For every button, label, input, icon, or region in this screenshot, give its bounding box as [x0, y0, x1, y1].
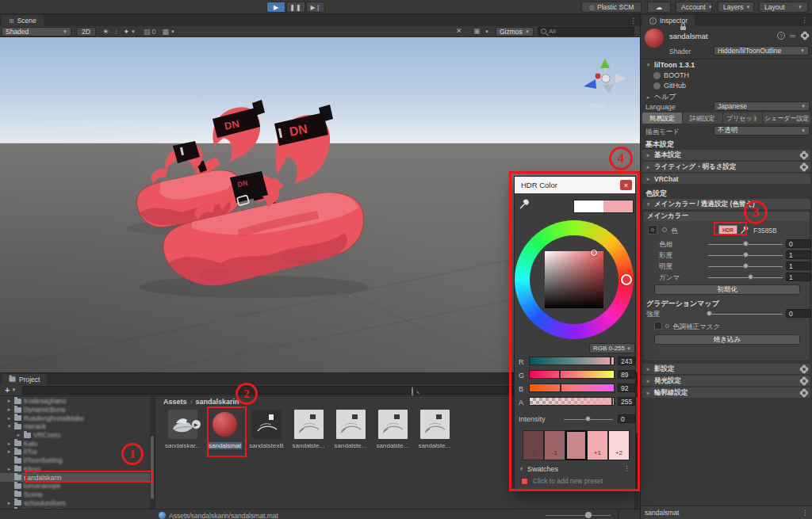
gear-icon[interactable] [801, 390, 807, 396]
gamma-slider[interactable] [708, 277, 783, 278]
shader-dropdown[interactable]: Hidden/lilToonOutline▼ [714, 46, 809, 55]
tab-presets[interactable]: プリセット [723, 113, 763, 124]
eyedropper-icon[interactable] [519, 198, 530, 210]
layout-dropdown[interactable]: Layout▼ [759, 2, 808, 13]
swatches-foldout[interactable]: ▾Swatches [519, 465, 558, 473]
a-slider[interactable] [529, 397, 615, 406]
persp-label[interactable]: Persp [590, 102, 607, 109]
slider-thumb[interactable] [748, 274, 753, 280]
cloud-button[interactable]: ☁ [647, 2, 671, 13]
breadcrumb-root[interactable]: Assets [163, 398, 187, 406]
foldout-arrow-icon[interactable]: ▸ [6, 406, 12, 413]
foldout-arrow-icon[interactable]: ▾ [6, 423, 12, 429]
foldout-arrow-icon[interactable]: ▸ [6, 441, 12, 447]
layers-dropdown[interactable]: Layers▼ [718, 2, 754, 13]
channel-thumb[interactable] [611, 398, 613, 405]
sandals-3d-model[interactable]: DN DN [119, 95, 373, 333]
booth-link[interactable]: BOOTH [653, 71, 689, 79]
asset-item-texture[interactable]: sandalste... [333, 410, 368, 449]
presets-icon[interactable]: ≔ [789, 32, 796, 40]
tree-item[interactable]: liToonSetting [0, 456, 155, 465]
gear-icon[interactable] [801, 164, 807, 170]
close-icon[interactable]: × [620, 180, 632, 190]
2d-toggle[interactable]: 2D [76, 27, 96, 36]
intensity-slider[interactable] [564, 419, 613, 420]
lock-icon[interactable] [680, 26, 686, 30]
tab-inspector[interactable]: i Inspector [642, 15, 695, 26]
exposure-minus2-swatch[interactable]: -2 [523, 430, 544, 460]
lighting-toggle-icon[interactable]: ☀ [102, 28, 109, 36]
b-value[interactable]: 92 [618, 384, 635, 392]
gizmos-dropdown[interactable]: Gizmos▼ [496, 27, 534, 36]
tree-item[interactable]: lumananope [0, 482, 155, 490]
hue-wheel-handle[interactable] [621, 274, 632, 285]
audio-toggle-icon[interactable]: ♪ [114, 28, 118, 36]
add-preset-row[interactable]: Click to add new preset [521, 477, 603, 485]
texture-slot[interactable] [648, 225, 657, 235]
tree-item[interactable]: ▸DynamicBone [0, 406, 155, 414]
hue-slider[interactable] [708, 244, 783, 245]
b-slider[interactable] [529, 384, 615, 392]
camera-settings-icon[interactable]: ▣ [473, 27, 481, 35]
scene-tools-icon[interactable]: ✕ [456, 27, 462, 35]
thumbnail-zoom-slider[interactable] [546, 515, 611, 516]
brightness-slider[interactable] [708, 266, 783, 267]
section-shadow-settings[interactable]: ▸影設定 [642, 364, 810, 374]
a-value[interactable]: 255 [618, 397, 635, 406]
asset-item-model[interactable]: ▶ sandalskar... [165, 410, 200, 449]
pause-button[interactable]: ❚❚ [286, 2, 305, 13]
slider-thumb[interactable] [743, 252, 749, 258]
channel-thumb[interactable] [559, 371, 561, 378]
foldout-arrow-icon[interactable]: ▸ [6, 500, 12, 506]
orientation-gizmo[interactable] [577, 55, 633, 100]
foldout-arrow-icon[interactable]: ▸ [16, 432, 21, 438]
exposure-plus1-swatch[interactable]: +1 [587, 430, 608, 460]
saturation-slider[interactable] [708, 255, 783, 256]
section-outline-settings[interactable]: ▸輪郭線設定 [642, 387, 810, 398]
foldout-arrow-icon[interactable]: ▸ [6, 398, 12, 404]
section-base-settings[interactable]: ▸基本設定 [642, 150, 810, 160]
exposure-plus2-swatch[interactable]: +2 [608, 430, 630, 460]
create-asset-button[interactable]: + [5, 385, 10, 395]
r-slider[interactable] [529, 357, 615, 365]
section-main-color[interactable]: ▾メインカラー / 透過設定 (色替え) [642, 199, 810, 209]
preview-menu-icon[interactable]: ⋮ [802, 509, 809, 517]
slider-thumb[interactable] [743, 241, 749, 246]
section-vrchat[interactable]: ▸VRChat [642, 174, 810, 184]
hue-value[interactable]: 0 [786, 239, 811, 248]
tree-item[interactable]: ▸liToe [0, 448, 155, 456]
material-preview-bar[interactable]: sandalsmat ⋮ [641, 506, 812, 519]
chevron-down-icon[interactable]: ▼ [170, 29, 175, 34]
section-lighting-settings[interactable]: ▸ライティング・明るさ設定 [642, 162, 810, 172]
gear-icon[interactable] [801, 366, 807, 372]
asset-item-texture[interactable]: sandalste... [375, 410, 410, 449]
g-slider[interactable] [529, 370, 615, 379]
tree-item[interactable]: ▸VRCzero [0, 431, 155, 440]
tree-item[interactable]: ▸RosdenghretalMake [0, 414, 155, 422]
gear-icon[interactable] [801, 152, 807, 158]
color-mode-dropdown[interactable]: RGB 0-255▼ [589, 343, 635, 353]
tab-shader-settings[interactable]: シェーダー設定 [763, 113, 810, 124]
plastic-scm-button[interactable]: ◎ Plastic SCM [581, 2, 642, 13]
tree-item[interactable]: Scene [0, 490, 155, 499]
breadcrumb-current[interactable]: sandalskarin [196, 398, 239, 406]
zoom-slider-thumb[interactable] [585, 512, 592, 518]
hidden-objects-icon[interactable]: ▧ [144, 28, 151, 36]
tab-project[interactable]: Project [2, 374, 47, 384]
tree-item[interactable]: ▾meraok [0, 422, 155, 431]
tree-item[interactable]: ▸schooluniform [0, 498, 155, 507]
dialog-title-bar[interactable]: HDR Color × [515, 177, 635, 193]
step-button[interactable]: ▶❘ [306, 2, 325, 13]
foldout-arrow-icon[interactable]: ▸ [6, 415, 12, 422]
reset-button[interactable]: 初期化 [654, 284, 800, 295]
chevron-down-icon[interactable]: ▼ [485, 29, 489, 34]
hdr-color-swatch[interactable]: HDR [718, 225, 737, 235]
grid-toggle-icon[interactable]: ▦ [162, 28, 169, 36]
hex-value[interactable]: F3585B [753, 227, 777, 235]
asset-item-material-selected[interactable]: sandalsmat [207, 410, 242, 449]
sv-handle[interactable] [591, 250, 597, 256]
section-emission-settings[interactable]: ▸発光設定 [642, 376, 810, 386]
exposure-current-swatch[interactable] [565, 430, 587, 460]
tree-item[interactable]: ▸Kleyo [0, 465, 155, 474]
language-dropdown[interactable]: Japanese▼ [714, 101, 810, 111]
